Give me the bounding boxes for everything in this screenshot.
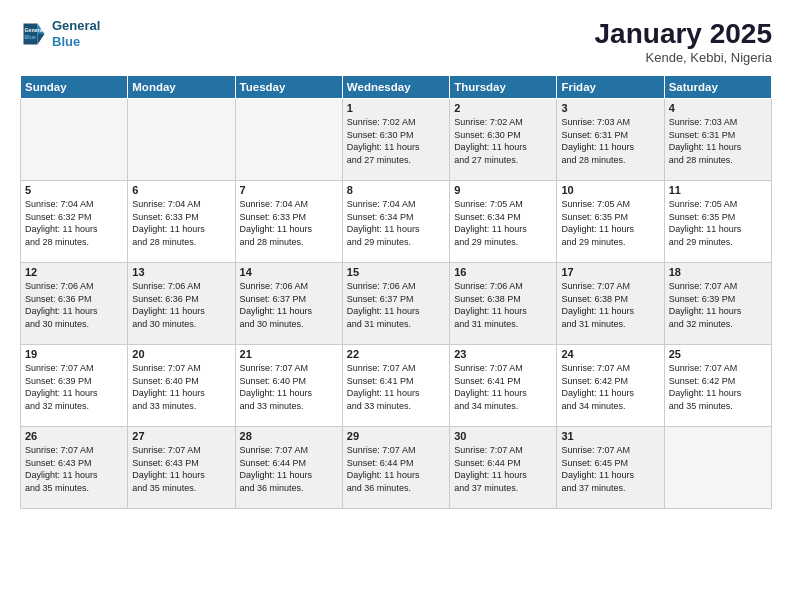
- day-number: 3: [561, 102, 659, 114]
- header-monday: Monday: [128, 76, 235, 99]
- day-info: Sunrise: 7:07 AMSunset: 6:43 PMDaylight:…: [25, 444, 123, 494]
- header-thursday: Thursday: [450, 76, 557, 99]
- day-number: 27: [132, 430, 230, 442]
- day-info: Sunrise: 7:06 AMSunset: 6:36 PMDaylight:…: [132, 280, 230, 330]
- table-row: 17Sunrise: 7:07 AMSunset: 6:38 PMDayligh…: [557, 263, 664, 345]
- day-info: Sunrise: 7:06 AMSunset: 6:36 PMDaylight:…: [25, 280, 123, 330]
- day-number: 19: [25, 348, 123, 360]
- day-info: Sunrise: 7:05 AMSunset: 6:35 PMDaylight:…: [669, 198, 767, 248]
- day-info: Sunrise: 7:06 AMSunset: 6:37 PMDaylight:…: [240, 280, 338, 330]
- table-row: 18Sunrise: 7:07 AMSunset: 6:39 PMDayligh…: [664, 263, 771, 345]
- svg-marker-1: [38, 34, 45, 45]
- day-info: Sunrise: 7:05 AMSunset: 6:34 PMDaylight:…: [454, 198, 552, 248]
- calendar-week-row: 5Sunrise: 7:04 AMSunset: 6:32 PMDaylight…: [21, 181, 772, 263]
- day-info: Sunrise: 7:07 AMSunset: 6:44 PMDaylight:…: [347, 444, 445, 494]
- day-number: 10: [561, 184, 659, 196]
- day-number: 12: [25, 266, 123, 278]
- day-info: Sunrise: 7:04 AMSunset: 6:33 PMDaylight:…: [240, 198, 338, 248]
- day-number: 20: [132, 348, 230, 360]
- day-number: 1: [347, 102, 445, 114]
- logo-icon: General Blue: [20, 20, 48, 48]
- svg-text:Blue: Blue: [24, 34, 35, 40]
- table-row: [235, 99, 342, 181]
- header-tuesday: Tuesday: [235, 76, 342, 99]
- table-row: 19Sunrise: 7:07 AMSunset: 6:39 PMDayligh…: [21, 345, 128, 427]
- table-row: 14Sunrise: 7:06 AMSunset: 6:37 PMDayligh…: [235, 263, 342, 345]
- day-info: Sunrise: 7:07 AMSunset: 6:43 PMDaylight:…: [132, 444, 230, 494]
- table-row: 26Sunrise: 7:07 AMSunset: 6:43 PMDayligh…: [21, 427, 128, 509]
- table-row: 10Sunrise: 7:05 AMSunset: 6:35 PMDayligh…: [557, 181, 664, 263]
- header-friday: Friday: [557, 76, 664, 99]
- day-number: 5: [25, 184, 123, 196]
- day-info: Sunrise: 7:07 AMSunset: 6:44 PMDaylight:…: [454, 444, 552, 494]
- title-block: January 2025 Kende, Kebbi, Nigeria: [595, 18, 772, 65]
- logo-text: General Blue: [52, 18, 100, 49]
- table-row: 8Sunrise: 7:04 AMSunset: 6:34 PMDaylight…: [342, 181, 449, 263]
- table-row: 3Sunrise: 7:03 AMSunset: 6:31 PMDaylight…: [557, 99, 664, 181]
- day-number: 14: [240, 266, 338, 278]
- table-row: 4Sunrise: 7:03 AMSunset: 6:31 PMDaylight…: [664, 99, 771, 181]
- logo: General Blue General Blue: [20, 18, 100, 49]
- table-row: 29Sunrise: 7:07 AMSunset: 6:44 PMDayligh…: [342, 427, 449, 509]
- table-row: 5Sunrise: 7:04 AMSunset: 6:32 PMDaylight…: [21, 181, 128, 263]
- table-row: 13Sunrise: 7:06 AMSunset: 6:36 PMDayligh…: [128, 263, 235, 345]
- day-info: Sunrise: 7:07 AMSunset: 6:42 PMDaylight:…: [561, 362, 659, 412]
- day-info: Sunrise: 7:07 AMSunset: 6:39 PMDaylight:…: [25, 362, 123, 412]
- day-number: 18: [669, 266, 767, 278]
- day-info: Sunrise: 7:07 AMSunset: 6:40 PMDaylight:…: [240, 362, 338, 412]
- table-row: 7Sunrise: 7:04 AMSunset: 6:33 PMDaylight…: [235, 181, 342, 263]
- day-info: Sunrise: 7:04 AMSunset: 6:34 PMDaylight:…: [347, 198, 445, 248]
- table-row: 22Sunrise: 7:07 AMSunset: 6:41 PMDayligh…: [342, 345, 449, 427]
- day-info: Sunrise: 7:07 AMSunset: 6:38 PMDaylight:…: [561, 280, 659, 330]
- day-number: 6: [132, 184, 230, 196]
- table-row: 6Sunrise: 7:04 AMSunset: 6:33 PMDaylight…: [128, 181, 235, 263]
- day-number: 4: [669, 102, 767, 114]
- day-info: Sunrise: 7:02 AMSunset: 6:30 PMDaylight:…: [454, 116, 552, 166]
- table-row: 9Sunrise: 7:05 AMSunset: 6:34 PMDaylight…: [450, 181, 557, 263]
- day-number: 15: [347, 266, 445, 278]
- day-info: Sunrise: 7:07 AMSunset: 6:41 PMDaylight:…: [347, 362, 445, 412]
- day-info: Sunrise: 7:03 AMSunset: 6:31 PMDaylight:…: [669, 116, 767, 166]
- day-info: Sunrise: 7:02 AMSunset: 6:30 PMDaylight:…: [347, 116, 445, 166]
- calendar-week-row: 26Sunrise: 7:07 AMSunset: 6:43 PMDayligh…: [21, 427, 772, 509]
- day-number: 7: [240, 184, 338, 196]
- day-info: Sunrise: 7:07 AMSunset: 6:42 PMDaylight:…: [669, 362, 767, 412]
- header-sunday: Sunday: [21, 76, 128, 99]
- day-number: 21: [240, 348, 338, 360]
- header-wednesday: Wednesday: [342, 76, 449, 99]
- table-row: 30Sunrise: 7:07 AMSunset: 6:44 PMDayligh…: [450, 427, 557, 509]
- table-row: 1Sunrise: 7:02 AMSunset: 6:30 PMDaylight…: [342, 99, 449, 181]
- month-title: January 2025: [595, 18, 772, 50]
- day-number: 24: [561, 348, 659, 360]
- day-number: 23: [454, 348, 552, 360]
- day-number: 17: [561, 266, 659, 278]
- calendar-week-row: 19Sunrise: 7:07 AMSunset: 6:39 PMDayligh…: [21, 345, 772, 427]
- svg-text:General: General: [24, 27, 44, 33]
- page: General Blue General Blue January 2025 K…: [0, 0, 792, 612]
- day-info: Sunrise: 7:06 AMSunset: 6:37 PMDaylight:…: [347, 280, 445, 330]
- day-number: 8: [347, 184, 445, 196]
- day-info: Sunrise: 7:07 AMSunset: 6:45 PMDaylight:…: [561, 444, 659, 494]
- day-number: 2: [454, 102, 552, 114]
- day-info: Sunrise: 7:04 AMSunset: 6:33 PMDaylight:…: [132, 198, 230, 248]
- calendar-week-row: 1Sunrise: 7:02 AMSunset: 6:30 PMDaylight…: [21, 99, 772, 181]
- table-row: 12Sunrise: 7:06 AMSunset: 6:36 PMDayligh…: [21, 263, 128, 345]
- table-row: 31Sunrise: 7:07 AMSunset: 6:45 PMDayligh…: [557, 427, 664, 509]
- day-number: 9: [454, 184, 552, 196]
- table-row: 16Sunrise: 7:06 AMSunset: 6:38 PMDayligh…: [450, 263, 557, 345]
- table-row: 27Sunrise: 7:07 AMSunset: 6:43 PMDayligh…: [128, 427, 235, 509]
- day-number: 11: [669, 184, 767, 196]
- calendar-table: Sunday Monday Tuesday Wednesday Thursday…: [20, 75, 772, 509]
- calendar-header-row: Sunday Monday Tuesday Wednesday Thursday…: [21, 76, 772, 99]
- table-row: 28Sunrise: 7:07 AMSunset: 6:44 PMDayligh…: [235, 427, 342, 509]
- subtitle: Kende, Kebbi, Nigeria: [595, 50, 772, 65]
- table-row: 24Sunrise: 7:07 AMSunset: 6:42 PMDayligh…: [557, 345, 664, 427]
- table-row: 23Sunrise: 7:07 AMSunset: 6:41 PMDayligh…: [450, 345, 557, 427]
- day-number: 30: [454, 430, 552, 442]
- day-info: Sunrise: 7:04 AMSunset: 6:32 PMDaylight:…: [25, 198, 123, 248]
- calendar-week-row: 12Sunrise: 7:06 AMSunset: 6:36 PMDayligh…: [21, 263, 772, 345]
- table-row: [21, 99, 128, 181]
- day-number: 25: [669, 348, 767, 360]
- table-row: 2Sunrise: 7:02 AMSunset: 6:30 PMDaylight…: [450, 99, 557, 181]
- day-number: 28: [240, 430, 338, 442]
